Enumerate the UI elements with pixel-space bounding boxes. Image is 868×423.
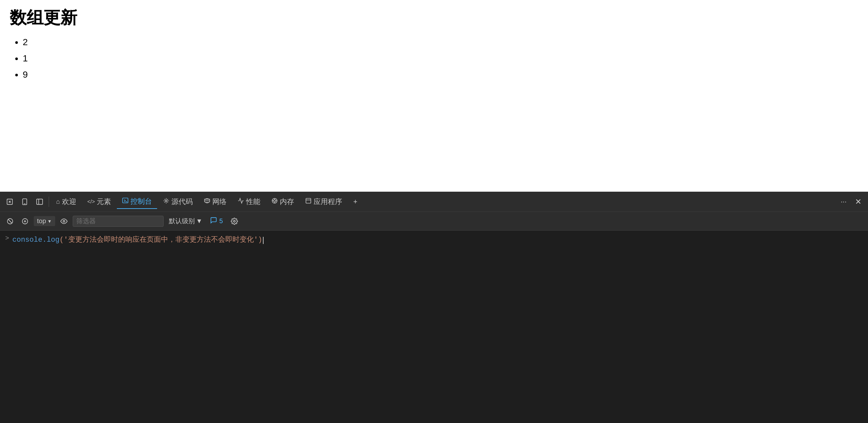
filter-button[interactable]	[19, 215, 31, 227]
elements-icon: </>	[87, 199, 95, 205]
tab-welcome-label: 欢迎	[62, 197, 76, 207]
log-level-label: 默认级别	[169, 217, 195, 225]
inspect-element-button[interactable]	[3, 195, 17, 209]
console-log-line: > console.log('变更方法会即时的响应在页面中，非变更方法不会即时变…	[0, 233, 868, 246]
tab-elements-label: 元素	[97, 197, 111, 207]
svg-point-7	[165, 200, 167, 202]
devtools-panel: ⌂ 欢迎 </> 元素 控制台	[0, 192, 868, 423]
home-icon: ⌂	[56, 198, 60, 205]
tab-welcome[interactable]: ⌂ 欢迎	[51, 195, 82, 209]
tab-application-label: 应用程序	[314, 197, 342, 207]
tab-elements[interactable]: </> 元素	[82, 195, 116, 209]
application-icon	[305, 198, 312, 206]
tab-sources[interactable]: 源代码	[158, 195, 198, 209]
list-container: 2 1 9	[10, 37, 858, 80]
tab-network[interactable]: 网络	[199, 195, 232, 209]
dock-side-button[interactable]	[32, 195, 47, 209]
console-icon	[122, 197, 128, 205]
main-content: 数组更新 2 1 9	[0, 0, 868, 192]
console-method: console.log	[12, 236, 59, 244]
page-title: 数组更新	[10, 6, 858, 29]
console-expand-arrow[interactable]: >	[5, 234, 9, 242]
tab-memory[interactable]: 内存	[266, 195, 299, 209]
devtools-toolbar: ⌂ 欢迎 </> 元素 控制台	[0, 192, 868, 212]
performance-icon	[238, 198, 244, 206]
svg-rect-15	[306, 198, 311, 203]
context-selector[interactable]: top ▼	[34, 216, 55, 226]
svg-line-18	[8, 219, 12, 223]
network-icon	[204, 198, 210, 206]
tab-sources-label: 源代码	[172, 197, 193, 207]
issues-count: 5	[219, 217, 223, 225]
tab-memory-label: 内存	[280, 197, 294, 207]
log-level-dropdown-icon: ▼	[196, 217, 203, 225]
list-item: 1	[23, 53, 858, 64]
issues-badge[interactable]: 5	[208, 216, 225, 227]
tab-performance[interactable]: 性能	[232, 195, 266, 209]
eye-button[interactable]	[58, 215, 70, 227]
context-value: top	[37, 217, 46, 225]
close-devtools-button[interactable]: ✕	[851, 195, 865, 209]
console-args: ('变更方法会即时的响应在页面中，非变更方法不会即时变化')	[59, 236, 262, 244]
add-tab-icon: +	[353, 198, 358, 206]
tab-network-label: 网络	[212, 197, 226, 207]
memory-icon	[271, 198, 278, 206]
tab-console-label: 控制台	[130, 197, 152, 206]
console-toolbar: top ▼ 默认级别 ▼ 5	[0, 212, 868, 231]
issues-icon	[210, 217, 217, 225]
more-tabs-button[interactable]: ···	[837, 195, 850, 208]
list-item: 9	[23, 69, 858, 80]
tab-add[interactable]: +	[348, 195, 363, 209]
svg-rect-2	[24, 203, 26, 204]
sources-icon	[163, 198, 169, 206]
svg-point-10	[274, 200, 276, 202]
console-settings-button[interactable]	[228, 215, 241, 227]
tab-console[interactable]: 控制台	[117, 195, 157, 209]
tab-performance-label: 性能	[246, 197, 260, 207]
svg-rect-3	[37, 199, 42, 204]
clear-console-button[interactable]	[4, 215, 16, 227]
list-item: 2	[23, 37, 858, 48]
log-level-selector[interactable]: 默认级别 ▼	[166, 216, 205, 227]
console-output: > console.log('变更方法会即时的响应在页面中，非变更方法不会即时变…	[0, 231, 868, 423]
console-log-text: console.log('变更方法会即时的响应在页面中，非变更方法不会即时变化'…	[12, 234, 264, 244]
tab-application[interactable]: 应用程序	[300, 195, 347, 209]
context-dropdown-icon: ▼	[48, 219, 52, 224]
svg-point-23	[234, 220, 235, 222]
filter-input[interactable]	[73, 216, 164, 227]
svg-point-22	[63, 220, 65, 222]
console-cursor	[263, 237, 264, 244]
device-toolbar-button[interactable]	[18, 195, 32, 209]
